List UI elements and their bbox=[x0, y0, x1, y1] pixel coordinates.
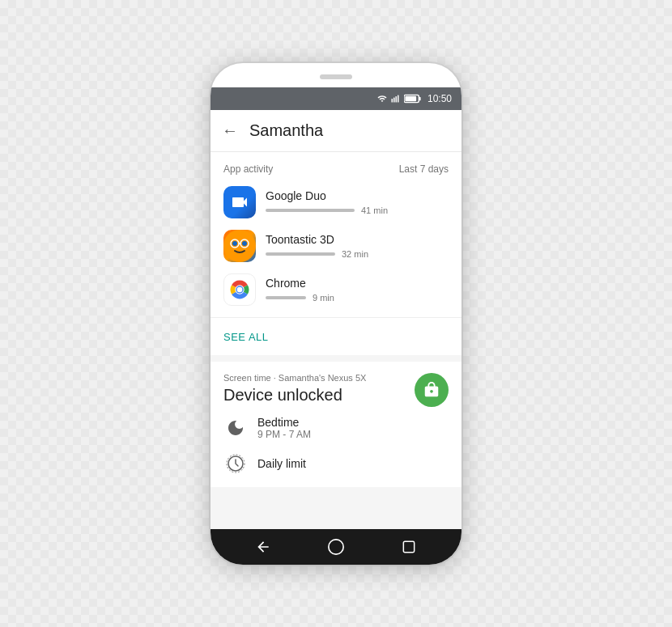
time-display: 10:50 bbox=[427, 93, 452, 104]
last-days-label: Last 7 days bbox=[399, 163, 449, 175]
title-bar: ← Samantha bbox=[211, 110, 461, 152]
phone-speaker bbox=[320, 74, 352, 79]
svg-point-9 bbox=[242, 241, 247, 246]
clock-icon bbox=[223, 451, 248, 476]
toontastic-bar-container: 32 min bbox=[266, 249, 449, 259]
duo-logo-icon bbox=[230, 193, 249, 212]
toon-logo-icon bbox=[223, 230, 256, 262]
app-item-toontastic: Toontastic 3D 32 min bbox=[223, 230, 449, 262]
daily-limit-setting: Daily limit bbox=[223, 451, 449, 476]
bedtime-label: Bedtime bbox=[257, 416, 311, 429]
app-item-duo: Google Duo 41 min bbox=[223, 186, 449, 218]
screen-time-card: Screen time · Samantha's Nexus 5X Device… bbox=[211, 362, 461, 487]
recents-nav-button[interactable] bbox=[398, 536, 420, 558]
back-button[interactable]: ← bbox=[222, 121, 238, 140]
app-activity-header: App activity Last 7 days bbox=[223, 163, 449, 175]
chrome-bar-container: 9 min bbox=[266, 293, 449, 303]
signal-icon bbox=[391, 94, 401, 104]
bedtime-info: Bedtime 9 PM - 7 AM bbox=[257, 416, 311, 440]
svg-rect-3 bbox=[398, 95, 399, 102]
home-nav-icon bbox=[327, 538, 345, 556]
page-title: Samantha bbox=[249, 121, 323, 140]
chrome-bar bbox=[266, 296, 306, 299]
google-duo-time: 41 min bbox=[361, 205, 388, 215]
svg-rect-1 bbox=[393, 97, 395, 102]
status-bar: 10:50 bbox=[211, 87, 461, 110]
back-nav-icon bbox=[255, 539, 271, 555]
svg-rect-5 bbox=[405, 95, 416, 100]
daily-limit-label: Daily limit bbox=[257, 457, 306, 470]
bottom-navigation bbox=[211, 529, 461, 565]
google-duo-icon bbox=[223, 186, 256, 218]
status-icons: 10:50 bbox=[376, 93, 452, 104]
moon-icon bbox=[223, 416, 248, 440]
toontastic-time: 32 min bbox=[342, 249, 368, 259]
clock-svg bbox=[226, 454, 245, 473]
chrome-icon bbox=[223, 273, 256, 306]
svg-rect-20 bbox=[403, 541, 414, 552]
svg-rect-0 bbox=[391, 99, 393, 103]
toontastic-bar bbox=[266, 252, 335, 256]
unlock-button[interactable] bbox=[415, 373, 449, 407]
chrome-name: Chrome bbox=[266, 277, 449, 290]
chrome-time: 9 min bbox=[313, 293, 334, 303]
phone-frame: 10:50 ← Samantha App activity Last 7 day… bbox=[211, 63, 461, 565]
toontastic-info: Toontastic 3D 32 min bbox=[266, 233, 449, 259]
svg-point-16 bbox=[237, 286, 243, 292]
svg-rect-6 bbox=[419, 96, 421, 100]
recents-nav-icon bbox=[401, 539, 417, 555]
see-all-button[interactable]: SEE ALL bbox=[223, 331, 269, 343]
battery-icon bbox=[404, 94, 422, 104]
google-duo-bar-container: 41 min bbox=[266, 205, 449, 215]
back-nav-button[interactable] bbox=[252, 536, 274, 558]
moon-svg bbox=[226, 418, 245, 438]
svg-point-7 bbox=[223, 230, 256, 262]
svg-point-19 bbox=[329, 539, 343, 553]
app-item-chrome: Chrome 9 min bbox=[223, 273, 449, 306]
app-activity-card: App activity Last 7 days Google Duo 41 m… bbox=[211, 152, 461, 355]
toontastic-icon bbox=[223, 230, 256, 262]
screen-time-subtitle: Screen time · Samantha's Nexus 5X bbox=[223, 373, 449, 383]
google-duo-info: Google Duo 41 min bbox=[266, 189, 449, 215]
daily-limit-info: Daily limit bbox=[257, 457, 306, 470]
wifi-icon bbox=[376, 94, 388, 104]
svg-rect-2 bbox=[395, 96, 397, 103]
app-activity-label: App activity bbox=[223, 163, 273, 175]
google-duo-bar bbox=[266, 209, 355, 212]
card-divider bbox=[211, 317, 461, 318]
google-duo-name: Google Duo bbox=[266, 189, 449, 202]
svg-point-8 bbox=[232, 241, 237, 246]
toontastic-name: Toontastic 3D bbox=[266, 233, 449, 246]
chrome-logo-icon bbox=[224, 274, 255, 305]
main-content: App activity Last 7 days Google Duo 41 m… bbox=[211, 152, 461, 529]
see-all-container: SEE ALL bbox=[223, 328, 449, 344]
lock-open-icon bbox=[423, 381, 440, 399]
home-nav-button[interactable] bbox=[325, 536, 347, 558]
bedtime-value: 9 PM - 7 AM bbox=[257, 429, 311, 440]
chrome-info: Chrome 9 min bbox=[266, 277, 449, 303]
bedtime-setting: Bedtime 9 PM - 7 AM bbox=[223, 416, 449, 440]
